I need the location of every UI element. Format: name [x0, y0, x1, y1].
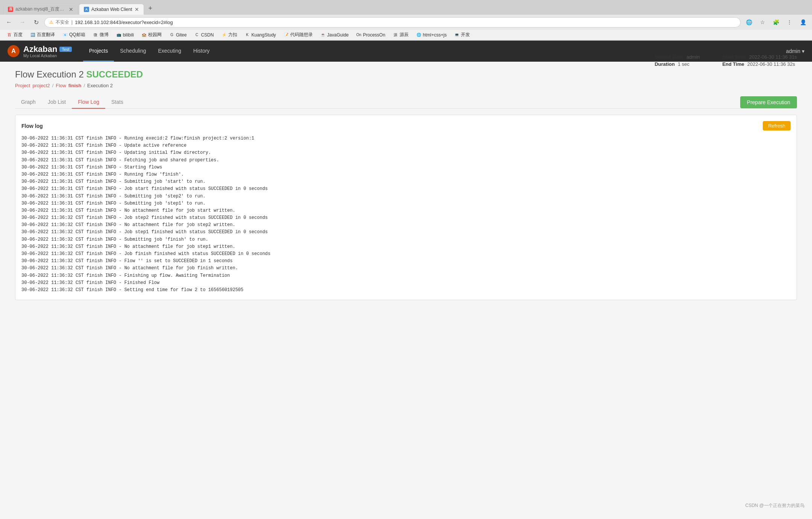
bookmark-dev[interactable]: 💻开发	[451, 31, 473, 39]
bookmark-dev-label: 开发	[461, 32, 470, 38]
java-guide-favicon: ☕	[320, 32, 326, 38]
tab-flow-log[interactable]: Flow Log	[72, 96, 105, 109]
tab-job-list[interactable]: Job List	[42, 96, 72, 109]
security-warning-text: 不安全	[56, 19, 69, 26]
app: A Azkaban Test My Local Azkaban Projects…	[0, 41, 812, 499]
bookmark-html-css-js-label: html+css+js	[423, 32, 447, 38]
end-time-value: 2022-06-30 11:36 32s	[747, 61, 795, 67]
tab-title-2: Azkaban Web Client	[91, 7, 132, 12]
bookmark-java-guide[interactable]: ☕JavaGuide	[317, 32, 351, 38]
bookmark-csdn[interactable]: CCSDN	[191, 32, 217, 38]
bookmark-weibo[interactable]: 微微博	[90, 31, 112, 39]
bookmark-leetcode-label: 力扣	[228, 32, 237, 38]
gitee-favicon: G	[169, 32, 174, 38]
bookmark-star-button[interactable]: ☆	[757, 17, 768, 27]
refresh-button[interactable]: Refresh	[763, 121, 791, 131]
bookmark-baidu-translate[interactable]: 🔤百度翻译	[27, 31, 58, 39]
bookmark-qq-mail[interactable]: 📧QQ邮箱	[59, 31, 88, 39]
end-time-label: End Time	[722, 61, 744, 67]
forward-button[interactable]: →	[17, 17, 28, 27]
security-warning-icon: ⚠	[49, 20, 53, 25]
breadcrumb-project-label: Project	[15, 83, 30, 88]
prepare-execution-button[interactable]: Prepare Execution	[740, 96, 797, 108]
nav-user-name: admin	[786, 48, 800, 54]
breadcrumb-flow-link[interactable]: finish	[68, 83, 82, 88]
translate-button[interactable]: 🌐	[744, 17, 754, 27]
bookmark-code-diary[interactable]: 📝代码随想录	[280, 31, 316, 39]
breadcrumb-sep-2: /	[83, 83, 85, 88]
address-bar[interactable]: ⚠ 不安全 | 192.168.10.102:8443/executor?exe…	[44, 17, 741, 27]
url-separator: |	[71, 20, 73, 25]
browser-tab-1[interactable]: 百 azkaban mysql8_百度搜索 ✕	[3, 3, 78, 15]
weibo-favicon: 微	[93, 32, 98, 38]
page-title-status: SUCCEEDED	[86, 69, 143, 79]
tab-graph[interactable]: Graph	[15, 96, 42, 109]
kuangstudy-favicon: K	[245, 32, 250, 38]
nav-scheduling[interactable]: Scheduling	[114, 41, 152, 62]
new-tab-button[interactable]: +	[145, 2, 156, 15]
bookmark-processon-label: ProcessOn	[363, 32, 385, 38]
nav-links: Projects Scheduling Executing History	[83, 41, 216, 62]
logo-tag: Test	[59, 47, 71, 52]
bookmark-html-css-js[interactable]: 🌐html+css+js	[413, 32, 450, 38]
logo-text-area: Azkaban Test My Local Azkaban	[23, 44, 72, 58]
reload-button[interactable]: ↻	[31, 17, 41, 27]
breadcrumb-project-link[interactable]: project2	[32, 83, 50, 88]
tab-title-1: azkaban mysql8_百度搜索	[15, 6, 67, 12]
browser-tab-2[interactable]: A Azkaban Web Client ✕	[79, 4, 144, 15]
browser-actions: 🌐 ☆ 🧩 ⋮ 👤	[744, 17, 808, 27]
bookmarks-bar: 百百度 🔤百度翻译 📧QQ邮箱 微微博 📺bilibili 🏫校园网 GGite…	[0, 30, 812, 40]
account-button[interactable]: 👤	[798, 17, 808, 27]
tab-favicon-1: 百	[8, 7, 13, 12]
bookmark-qq-mail-label: QQ邮箱	[69, 32, 85, 38]
back-button[interactable]: ←	[4, 17, 14, 27]
bookmark-yuanchen-label: 源辰	[400, 32, 409, 38]
watermark: CSDN @一个正在努力的菜鸟	[0, 499, 812, 512]
start-time-label: Start Time	[722, 54, 746, 60]
bookmark-leetcode[interactable]: ⚡力扣	[218, 31, 240, 39]
page-meta: Submit User admin Duration 1 sec Start T…	[654, 54, 797, 67]
nav-executing[interactable]: Executing	[152, 41, 187, 62]
bookmark-baidu[interactable]: 百百度	[4, 31, 26, 39]
nav-projects[interactable]: Projects	[83, 41, 114, 62]
bookmark-baidu-label: 百度	[14, 32, 23, 38]
breadcrumb-execution: Execution 2	[87, 83, 113, 88]
bookmark-gitee-label: Gitee	[176, 32, 187, 38]
duration-label: Duration	[654, 61, 674, 67]
page-header: Submit User admin Duration 1 sec Start T…	[15, 69, 797, 88]
start-time-value: 2022-06-30 11:36 31s	[749, 54, 797, 60]
csdn-favicon: C	[194, 32, 200, 38]
bookmark-yuanchen[interactable]: 源源辰	[390, 31, 412, 39]
tab-close-1[interactable]: ✕	[69, 6, 73, 12]
tab-close-2[interactable]: ✕	[135, 6, 139, 12]
meta-duration: Duration 1 sec	[654, 61, 700, 67]
meta-group-left: Submit User admin Duration 1 sec	[654, 54, 700, 67]
tab-favicon-2: A	[84, 7, 89, 12]
bookmark-kuangstudy-label: KuangStudy	[251, 32, 276, 38]
bookmark-gitee[interactable]: GGitee	[166, 32, 190, 38]
url-text: 192.168.10.102:8443/executor?execid=2#lo…	[75, 20, 736, 25]
bookmark-campus[interactable]: 🏫校园网	[138, 31, 165, 39]
logo-area: A Azkaban Test My Local Azkaban	[8, 44, 72, 58]
tab-stats[interactable]: Stats	[105, 96, 129, 109]
more-button[interactable]: ⋮	[784, 17, 795, 27]
nav-dropdown-icon: ▾	[802, 48, 804, 54]
meta-group-right: Start Time 2022-06-30 11:36 31s End Time…	[722, 54, 797, 67]
html-css-js-favicon: 🌐	[416, 32, 421, 38]
logo-subtitle: My Local Azkaban	[23, 53, 72, 58]
tabs-area: Graph Job List Flow Log Stats Prepare Ex…	[15, 96, 797, 109]
log-title: Flow log	[21, 123, 43, 129]
bookmark-processon[interactable]: OnProcessOn	[353, 32, 388, 38]
duration-value: 1 sec	[678, 61, 689, 67]
baidu-translate-favicon: 🔤	[30, 32, 35, 38]
breadcrumb: Project project2 / Flow finish / Executi…	[15, 83, 797, 88]
page-title: Flow Execution 2 SUCCEEDED	[15, 69, 797, 80]
nav-user[interactable]: admin ▾	[786, 48, 804, 54]
extensions-button[interactable]: 🧩	[771, 17, 781, 27]
bilibili-favicon: 📺	[116, 32, 121, 38]
submit-user-value: admin	[686, 54, 700, 60]
nav-history[interactable]: History	[187, 41, 216, 62]
bookmark-bilibili[interactable]: 📺bilibili	[113, 32, 137, 38]
bookmark-kuangstudy[interactable]: KKuangStudy	[242, 32, 279, 38]
meta-start-time: Start Time 2022-06-30 11:36 31s	[722, 54, 797, 60]
